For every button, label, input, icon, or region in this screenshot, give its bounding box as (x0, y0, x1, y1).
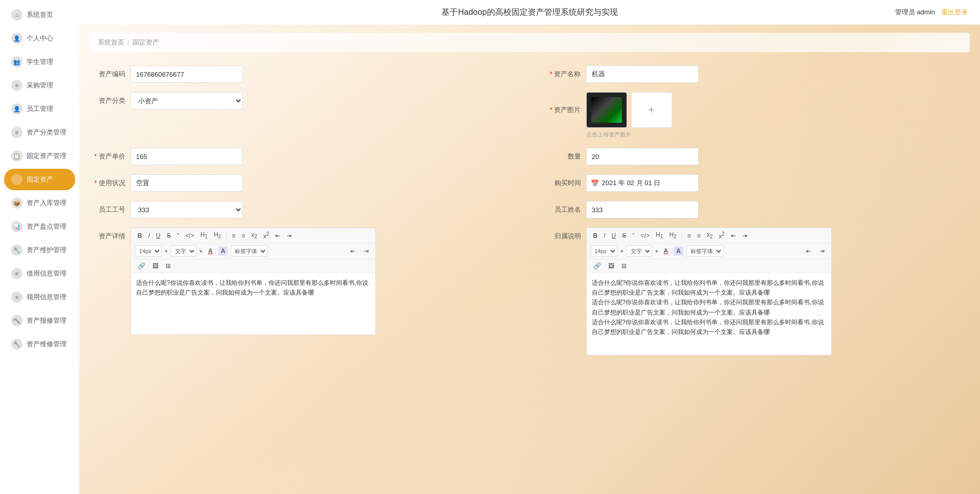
attr-align-left[interactable]: ⇤ (804, 246, 814, 256)
ol-button[interactable]: ≡ (239, 231, 248, 240)
employee-id-select[interactable]: 333 (130, 201, 243, 218)
align-right[interactable]: ⇥ (361, 246, 371, 256)
calendar-icon: 📅 (591, 179, 599, 187)
table-button[interactable]: ⊞ (163, 261, 173, 271)
student-icon: 👥 (11, 56, 23, 68)
sidebar-item-purchase[interactable]: ≡ 采购管理 (4, 75, 75, 96)
sidebar-item-repair-mgmt[interactable]: 🔨 资产报修管理 (4, 310, 75, 331)
font-type-select[interactable]: 文字 (171, 245, 196, 257)
attr-toolbar-sep (682, 232, 682, 240)
asset-detail-toolbar: B I U S '' </> H1 H2 ≡ ≡ (131, 228, 375, 243)
sidebar-item-profile[interactable]: 👤 个人中心 (4, 28, 75, 49)
ul-button[interactable]: ≡ (229, 231, 238, 240)
attr-strikethrough-button[interactable]: S (619, 231, 629, 240)
sidebar-item-fixed-asset-sub[interactable]: 固定资产 (4, 169, 75, 190)
asset-name-input[interactable] (586, 65, 699, 83)
font-size-select[interactable]: 14px (135, 245, 162, 257)
attr-image-button[interactable]: 🖼 (606, 261, 617, 271)
indent-right-button[interactable]: ⇥ (284, 231, 294, 240)
unit-price-input[interactable] (130, 148, 243, 165)
quote-button[interactable]: '' (174, 231, 182, 240)
indent-left-button[interactable]: ⇤ (273, 231, 283, 240)
image-add-button[interactable]: + (631, 92, 672, 128)
logout-link[interactable]: 退出登录 (941, 8, 968, 17)
attr-underline-button[interactable]: U (609, 231, 619, 240)
sidebar-item-asset-count[interactable]: 📊 资产盘点管理 (4, 216, 75, 237)
form-row-1: 资产编码 * 资产名称 (90, 65, 970, 83)
attr-code-button[interactable]: </> (638, 231, 652, 240)
superscript-button[interactable]: x2 (261, 230, 272, 241)
attr-ul-button[interactable]: ≡ (685, 231, 694, 240)
image-hint: 点击上传资产图片 (586, 131, 631, 138)
sidebar-item-asset-in[interactable]: 📦 资产入库管理 (4, 192, 75, 214)
font-color-a[interactable]: A (206, 246, 215, 256)
asset-name-label: * 资产名称 (545, 70, 581, 79)
code-button[interactable]: </> (183, 231, 196, 240)
sidebar-item-student[interactable]: 👥 学生管理 (4, 51, 75, 73)
sidebar-item-employee[interactable]: 👤 员工管理 (4, 98, 75, 120)
asset-category-icon: ≡ (11, 127, 23, 138)
underline-button[interactable]: U (153, 231, 163, 240)
attribution-content[interactable]: 适合什么呢?你说你喜欢读书，让我给你列书单，你还问我那里有那么多时间看书,你说自… (587, 273, 831, 355)
asset-detail-content[interactable]: 适合什么呢?你说你喜欢读书，让我给你列书单，你还问我那里有那么多时间看书,你说自… (131, 273, 375, 334)
toolbar-sep-1 (226, 232, 227, 240)
attr-h2-button[interactable]: H2 (666, 230, 679, 240)
attr-font-family-select[interactable]: 标签字体 (686, 245, 723, 257)
employee-name-input[interactable] (586, 201, 699, 218)
quantity-input[interactable] (586, 148, 699, 165)
image-button[interactable]: 🖼 (150, 261, 161, 271)
attr-indent-right[interactable]: ⇥ (740, 231, 750, 240)
sidebar-item-fixed-asset[interactable]: 📋 固定资产管理 (4, 145, 75, 167)
h1-button[interactable]: H1 (198, 230, 210, 240)
sidebar-label-asset-update: 资产维修管理 (27, 340, 66, 349)
font-family-select[interactable]: 标签字体 (231, 245, 268, 257)
attr-font-color-a[interactable]: A (661, 246, 671, 256)
form-row-6: 资产详情 B I U S '' </> H1 H2 (90, 228, 970, 355)
toolbar-text-label: ▾ (199, 248, 203, 255)
subscript-button[interactable]: x2 (249, 230, 260, 240)
usage-status-input[interactable] (130, 174, 243, 192)
strikethrough-button[interactable]: S (164, 231, 173, 240)
link-button[interactable]: 🔗 (135, 261, 148, 271)
sidebar-item-home[interactable]: ⌂ 系统首页 (4, 4, 75, 26)
form-row-5: 员工工号 333 员工姓名 (90, 201, 970, 218)
date-input-wrap[interactable]: 📅 2021 年 02 月 01 日 (586, 174, 699, 192)
attr-font-bg-a[interactable]: A (674, 246, 683, 256)
attr-h1-button[interactable]: H1 (653, 230, 665, 240)
attribution-toolbar-3: 🔗 🖼 ⊞ (587, 259, 831, 273)
asset-category-select[interactable]: 小资产 (130, 92, 243, 109)
employee-id-label: 员工工号 (90, 205, 125, 214)
attr-superscript-button[interactable]: x2 (716, 230, 727, 241)
attr-table-button[interactable]: ⊞ (619, 261, 629, 271)
italic-button[interactable]: I (146, 231, 152, 240)
asset-detail-editor-wrap: B I U S '' </> H1 H2 ≡ ≡ (130, 228, 376, 335)
align-left[interactable]: ⇤ (348, 246, 358, 256)
attr-font-type-select[interactable]: 文字 (627, 245, 652, 257)
sidebar-label-home: 系统首页 (27, 10, 53, 19)
attr-bold-button[interactable]: B (591, 231, 600, 240)
sidebar-item-borrow-info[interactable]: ≡ 领用信息管理 (4, 286, 75, 308)
sidebar-item-asset-maintain[interactable]: 🔧 资产维护管理 (4, 239, 75, 261)
image-placeholder (591, 97, 622, 123)
font-bg-a[interactable]: A (218, 246, 228, 256)
attr-link-button[interactable]: 🔗 (591, 261, 604, 271)
sidebar-item-asset-category[interactable]: ≡ 资产分类管理 (4, 122, 75, 143)
attr-subscript-button[interactable]: x2 (704, 230, 716, 240)
breadcrumb-home[interactable]: 系统首页 (98, 38, 124, 47)
attr-indent-left[interactable]: ⇤ (728, 231, 739, 240)
bold-button[interactable]: B (135, 231, 145, 240)
asset-count-icon: 📊 (11, 221, 23, 232)
attr-font-size-select[interactable]: 14px (591, 245, 617, 257)
sidebar-item-credit-info[interactable]: ≡ 借用信息管理 (4, 263, 75, 284)
attr-quote-button[interactable]: '' (630, 231, 637, 240)
asset-code-input[interactable] (130, 65, 243, 83)
asset-detail-text: 适合什么呢?你说你喜欢读书，让我给你列书单，你还问我那里有那么多时间看书,你说自… (136, 279, 368, 296)
sidebar-item-asset-update[interactable]: 🔧 资产维修管理 (4, 333, 75, 355)
attribution-toolbar-2: 14px ▾ 文字 ▾ A A 标签字体 ⇤ ⇥ (587, 243, 831, 259)
h2-button[interactable]: H2 (211, 230, 224, 240)
attr-align-right[interactable]: ⇥ (817, 246, 827, 256)
attr-ol-button[interactable]: ≡ (695, 231, 703, 240)
attr-italic-button[interactable]: I (601, 231, 608, 240)
image-thumbnail[interactable] (586, 92, 627, 128)
sidebar-label-repair-mgmt: 资产报修管理 (27, 316, 66, 325)
